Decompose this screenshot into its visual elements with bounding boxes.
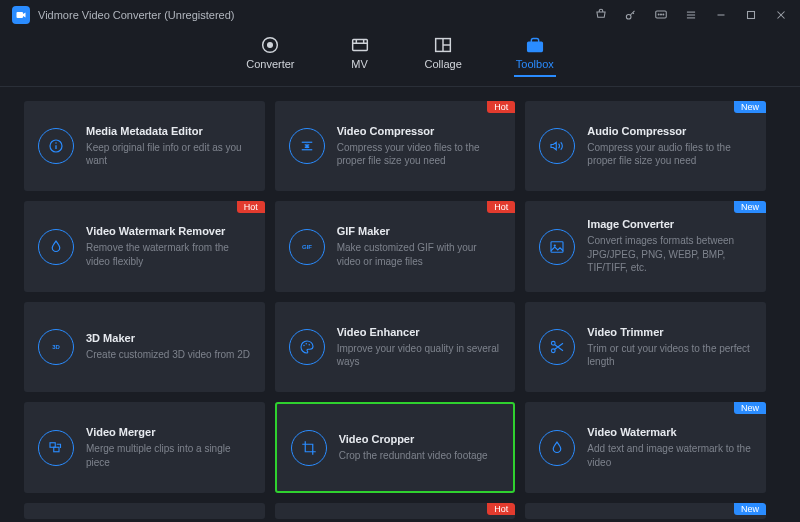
svg-point-3 — [658, 14, 659, 15]
tool-title: 3D Maker — [86, 332, 253, 344]
cart-icon[interactable] — [594, 8, 608, 22]
new-badge: New — [734, 402, 766, 414]
video-trimmer-icon — [539, 329, 575, 365]
tool-card-video-watermark[interactable]: NewVideo WatermarkAdd text and image wat… — [525, 402, 766, 492]
svg-point-14 — [268, 43, 273, 48]
tool-desc: Trim or cut your videos to the perfect l… — [587, 342, 754, 369]
tool-card-3d-maker[interactable]: 3D MakerCreate customized 3D video from … — [24, 302, 265, 392]
svg-rect-0 — [17, 12, 24, 18]
svg-point-5 — [663, 14, 664, 15]
tab-label: Toolbox — [516, 58, 554, 70]
collage-icon — [432, 36, 454, 54]
main-tabs: Converter MV Collage Toolbox — [0, 30, 800, 87]
tool-title: Video Watermark Remover — [86, 225, 253, 237]
tool-card-video-trimmer[interactable]: Video TrimmerTrim or cut your videos to … — [525, 302, 766, 392]
tool-card-video-compressor[interactable]: HotVideo CompressorCompress your video f… — [275, 101, 516, 191]
svg-rect-19 — [527, 42, 542, 51]
converter-icon — [259, 36, 281, 54]
tool-card-video-cropper[interactable]: Video CropperCrop the redundant video fo… — [275, 402, 516, 492]
app-logo-icon — [12, 6, 30, 24]
tool-desc: Improve your video quality in several wa… — [337, 342, 504, 369]
tool-card-gif-maker[interactable]: HotGIF MakerMake customized GIF with you… — [275, 201, 516, 292]
tool-desc: Convert images formats between JPG/JPEG,… — [587, 234, 754, 275]
image-converter-icon — [539, 229, 575, 265]
tab-label: MV — [351, 58, 368, 70]
tool-card-media-metadata-editor[interactable]: Media Metadata EditorKeep original file … — [24, 101, 265, 191]
video-enhancer-icon — [289, 329, 325, 365]
tab-converter[interactable]: Converter — [246, 36, 294, 76]
tool-title: Video Compressor — [337, 125, 504, 137]
hot-badge: Hot — [487, 503, 515, 515]
tools-grid-container: Media Metadata EditorKeep original file … — [0, 87, 800, 519]
titlebar: Vidmore Video Converter (Unregistered) — [0, 0, 800, 30]
tab-mv[interactable]: MV — [349, 36, 371, 76]
tool-desc: Compress your audio files to the proper … — [587, 141, 754, 168]
menu-icon[interactable] — [684, 8, 698, 22]
feedback-icon[interactable] — [654, 8, 668, 22]
tool-title: GIF Maker — [337, 225, 504, 237]
maximize-icon[interactable] — [744, 8, 758, 22]
tool-card-video-merger[interactable]: Video MergerMerge multiple clips into a … — [24, 402, 265, 492]
tab-label: Collage — [425, 58, 462, 70]
tool-card-image-converter[interactable]: NewImage ConverterConvert images formats… — [525, 201, 766, 292]
tool-desc: Crop the redundant video footage — [339, 449, 502, 463]
close-icon[interactable] — [774, 8, 788, 22]
video-watermark-remover-icon — [38, 229, 74, 265]
video-merger-icon — [38, 430, 74, 466]
tool-title: Video Trimmer — [587, 326, 754, 338]
tool-card-audio-compressor[interactable]: NewAudio CompressorCompress your audio f… — [525, 101, 766, 191]
app-title: Vidmore Video Converter (Unregistered) — [38, 9, 594, 21]
tool-card-peek[interactable]: New — [525, 503, 766, 519]
tool-card-video-enhancer[interactable]: Video EnhancerImprove your video quality… — [275, 302, 516, 392]
tools-grid[interactable]: Media Metadata EditorKeep original file … — [24, 101, 776, 519]
mv-icon — [349, 36, 371, 54]
media-metadata-editor-icon — [38, 128, 74, 164]
gif-maker-icon — [289, 229, 325, 265]
key-icon[interactable] — [624, 8, 638, 22]
tool-desc: Create customized 3D video from 2D — [86, 348, 253, 362]
tool-title: Video Enhancer — [337, 326, 504, 338]
svg-point-4 — [661, 14, 662, 15]
svg-rect-15 — [352, 40, 367, 51]
new-badge: New — [734, 503, 766, 515]
tool-card-video-watermark-remover[interactable]: HotVideo Watermark RemoverRemove the wat… — [24, 201, 265, 292]
tool-title: Video Merger — [86, 426, 253, 438]
tool-title: Video Watermark — [587, 426, 754, 438]
tab-label: Converter — [246, 58, 294, 70]
tool-desc: Make customized GIF with your video or i… — [337, 241, 504, 268]
tool-desc: Merge multiple clips into a single piece — [86, 442, 253, 469]
video-compressor-icon — [289, 128, 325, 164]
tool-card-peek[interactable] — [24, 503, 265, 519]
hot-badge: Hot — [487, 201, 515, 213]
tab-collage[interactable]: Collage — [425, 36, 462, 76]
new-badge: New — [734, 101, 766, 113]
tool-desc: Add text and image watermark to the vide… — [587, 442, 754, 469]
new-badge: New — [734, 201, 766, 213]
hot-badge: Hot — [237, 201, 265, 213]
tool-title: Image Converter — [587, 218, 754, 230]
hot-badge: Hot — [487, 101, 515, 113]
3d-maker-icon — [38, 329, 74, 365]
tool-card-peek[interactable]: Hot — [275, 503, 516, 519]
tool-desc: Compress your video files to the proper … — [337, 141, 504, 168]
tool-desc: Keep original file info or edit as you w… — [86, 141, 253, 168]
window-controls — [594, 8, 788, 22]
tool-title: Media Metadata Editor — [86, 125, 253, 137]
tool-title: Audio Compressor — [587, 125, 754, 137]
toolbox-icon — [524, 36, 546, 54]
audio-compressor-icon — [539, 128, 575, 164]
tool-desc: Remove the watermark from the video flex… — [86, 241, 253, 268]
svg-rect-10 — [748, 12, 755, 19]
video-watermark-icon — [539, 430, 575, 466]
svg-point-1 — [626, 14, 631, 19]
minimize-icon[interactable] — [714, 8, 728, 22]
video-cropper-icon — [291, 430, 327, 466]
tab-toolbox[interactable]: Toolbox — [516, 36, 554, 76]
tool-title: Video Cropper — [339, 433, 502, 445]
